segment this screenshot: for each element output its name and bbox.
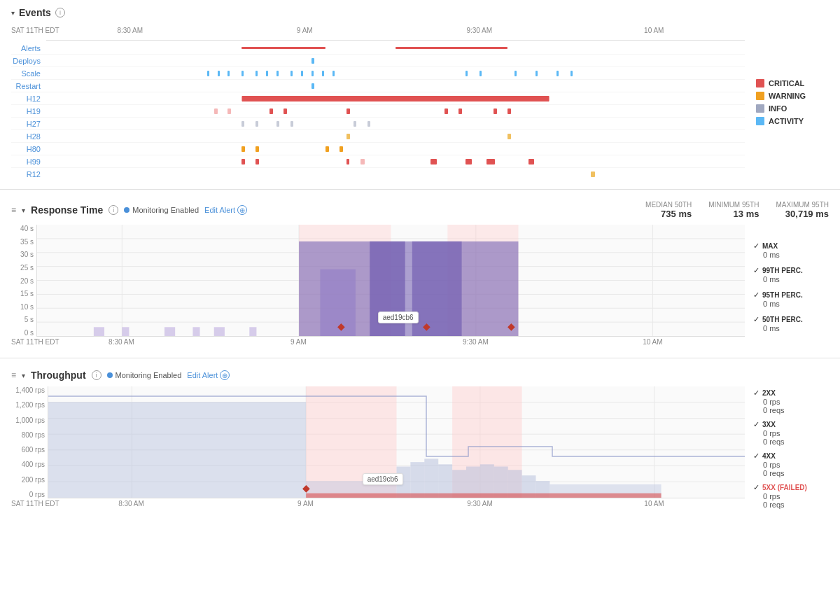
event-label-h27[interactable]: H27 bbox=[11, 120, 46, 128]
events-toggle[interactable]: ▾ bbox=[11, 9, 15, 17]
legend-activity: ACTIVITY bbox=[756, 117, 829, 125]
response-legend-50th: ✓50TH PERC. 0 ms bbox=[753, 315, 829, 332]
response-stat-max: MAXIMUM 95TH 30,719 ms bbox=[776, 201, 829, 219]
event-row-h12: H12 bbox=[11, 92, 745, 105]
throughput-legend-3xx: ✓3XX 0 rps 0 reqs bbox=[753, 420, 829, 446]
events-date-label: SAT 11TH EDT bbox=[11, 27, 59, 34]
response-time-section: ≡ ▾ Response Time i Monitoring Enabled E… bbox=[0, 195, 840, 352]
event-label-h19[interactable]: H19 bbox=[11, 107, 46, 115]
throughput-tooltip: aed19cb6 bbox=[363, 473, 403, 485]
throughput-header: ≡ ▾ Throughput i Monitoring Enabled Edit… bbox=[11, 370, 829, 381]
response-stat-min: MINIMUM 95TH 13 ms bbox=[708, 201, 759, 219]
response-chart-main: 40 s 35 s 30 s 25 s 20 s 15 s 10 s 5 s 0… bbox=[11, 225, 745, 349]
event-track-alerts bbox=[46, 44, 745, 52]
svg-rect-22 bbox=[214, 327, 225, 336]
event-track-h19 bbox=[46, 107, 745, 115]
response-chart-plot: ◆ ◆ ◆ aed19cb6 bbox=[36, 225, 745, 337]
event-label-h12[interactable]: H12 bbox=[11, 94, 46, 103]
event-label-restart[interactable]: Restart bbox=[11, 82, 46, 90]
time-label-10: 10 AM bbox=[644, 27, 664, 34]
throughput-hamburger[interactable]: ≡ bbox=[11, 370, 16, 380]
event-label-deploys[interactable]: Deploys bbox=[11, 57, 46, 65]
events-title: Events bbox=[19, 7, 51, 18]
throughput-info-icon[interactable]: i bbox=[92, 370, 102, 380]
svg-rect-50 bbox=[306, 493, 661, 498]
throughput-legend-2xx: ✓2XX 0 rps 0 reqs bbox=[753, 388, 829, 414]
event-label-h28[interactable]: H28 bbox=[11, 132, 46, 141]
response-legend-95th: ✓95TH PERC. 0 ms bbox=[753, 290, 829, 308]
events-section: ▾ Events i SAT 11TH EDT 8:30 AM 9 AM 9:3… bbox=[0, 0, 840, 183]
event-row-alerts: Alerts bbox=[11, 42, 745, 55]
svg-rect-20 bbox=[164, 327, 175, 336]
response-legend-99th: ✓99TH PERC. 0 ms bbox=[753, 266, 829, 284]
throughput-section: ≡ ▾ Throughput i Monitoring Enabled Edit… bbox=[0, 364, 840, 514]
event-row-h80: H80 bbox=[11, 143, 745, 155]
response-chart-area: 40 s 35 s 30 s 25 s 20 s 15 s 10 s 5 s 0… bbox=[11, 225, 829, 349]
response-time-header: ≡ ▾ Response Time i Monitoring Enabled E… bbox=[11, 201, 829, 219]
event-row-scale: Scale bbox=[11, 67, 745, 80]
event-row-h28: H28 bbox=[11, 130, 745, 143]
events-time-axis: SAT 11TH EDT 8:30 AM 9 AM 9:30 AM 10 AM bbox=[46, 24, 745, 41]
event-track-h99 bbox=[46, 158, 745, 166]
event-track-r12 bbox=[46, 170, 745, 178]
events-info-icon[interactable]: i bbox=[55, 8, 65, 18]
response-time-title: Response Time bbox=[31, 204, 103, 216]
event-track-h28 bbox=[46, 132, 745, 141]
throughput-edit-alert[interactable]: Edit Alert ⊕ bbox=[187, 370, 230, 380]
svg-rect-34 bbox=[48, 402, 306, 498]
throughput-chart-main: 1,400 rps 1,200 rps 1,000 rps 800 rps 60… bbox=[11, 386, 745, 511]
event-label-h80[interactable]: H80 bbox=[11, 145, 46, 153]
svg-rect-19 bbox=[122, 327, 129, 336]
svg-rect-17 bbox=[412, 241, 462, 336]
response-legend: ✓MAX 0 ms ✓99TH PERC. 0 ms ✓95TH PERC. 0… bbox=[745, 225, 829, 349]
event-row-h99: H99 bbox=[11, 155, 745, 168]
svg-rect-21 bbox=[192, 327, 200, 336]
response-time-hamburger[interactable]: ≡ bbox=[11, 205, 16, 215]
response-time-toggle[interactable]: ▾ bbox=[22, 206, 25, 214]
legend-critical: CRITICAL bbox=[756, 79, 829, 88]
throughput-title: Throughput bbox=[31, 370, 86, 381]
events-header: ▾ Events i bbox=[11, 7, 829, 18]
events-legend: CRITICAL WARNING INFO ACTIVITY bbox=[745, 24, 829, 181]
throughput-toggle[interactable]: ▾ bbox=[22, 372, 25, 379]
time-label-9: 9 AM bbox=[297, 27, 313, 34]
event-row-h19: H19 bbox=[11, 105, 745, 118]
event-label-alerts[interactable]: Alerts bbox=[11, 44, 46, 52]
svg-rect-0 bbox=[241, 96, 549, 102]
throughput-legend-4xx: ✓4XX 0 rps 0 reqs bbox=[753, 451, 829, 477]
event-label-r12[interactable]: R12 bbox=[11, 170, 46, 178]
throughput-legend-5xx: ✓5XX (FAILED) 0 rps 0 reqs bbox=[753, 483, 829, 509]
response-time-info-icon[interactable]: i bbox=[108, 205, 118, 215]
event-label-scale[interactable]: Scale bbox=[11, 69, 46, 78]
event-track-deploys bbox=[46, 57, 745, 65]
svg-rect-41 bbox=[438, 464, 452, 498]
time-label-830: 8:30 AM bbox=[117, 27, 143, 34]
events-chart-area: SAT 11TH EDT 8:30 AM 9 AM 9:30 AM 10 AM … bbox=[11, 24, 829, 181]
event-row-h27: H27 bbox=[11, 118, 745, 130]
throughput-monitoring-badge: Monitoring Enabled bbox=[107, 371, 182, 379]
event-track-h80 bbox=[46, 145, 745, 153]
event-row-deploys: Deploys bbox=[11, 55, 745, 67]
svg-rect-18 bbox=[94, 327, 104, 336]
event-row-restart: Restart bbox=[11, 80, 745, 92]
svg-rect-43 bbox=[466, 466, 480, 498]
events-chart-main: SAT 11TH EDT 8:30 AM 9 AM 9:30 AM 10 AM … bbox=[11, 24, 745, 181]
throughput-y-axis: 1,400 rps 1,200 rps 1,000 rps 800 rps 60… bbox=[11, 386, 48, 498]
event-row-r12: R12 bbox=[11, 168, 745, 181]
response-monitoring-badge: Monitoring Enabled bbox=[124, 206, 199, 214]
svg-rect-44 bbox=[480, 464, 494, 498]
svg-rect-39 bbox=[410, 462, 424, 498]
svg-rect-23 bbox=[249, 327, 256, 336]
response-stat-median: MEDIAN 50TH 735 ms bbox=[645, 201, 692, 219]
event-track-h12 bbox=[46, 94, 745, 103]
response-legend-max: ✓MAX 0 ms bbox=[753, 241, 829, 259]
throughput-chart-area: 1,400 rps 1,200 rps 1,000 rps 800 rps 60… bbox=[11, 386, 829, 511]
response-y-axis: 40 s 35 s 30 s 25 s 20 s 15 s 10 s 5 s 0… bbox=[11, 225, 36, 337]
response-tooltip: aed19cb6 bbox=[378, 312, 419, 323]
event-track-scale bbox=[46, 69, 745, 78]
event-track-h27 bbox=[46, 120, 745, 128]
event-track-restart bbox=[46, 82, 745, 90]
response-edit-alert[interactable]: Edit Alert ⊕ bbox=[204, 205, 247, 215]
throughput-legend: ✓2XX 0 rps 0 reqs ✓3XX 0 rps 0 reqs ✓4XX… bbox=[745, 386, 829, 511]
event-label-h99[interactable]: H99 bbox=[11, 158, 46, 166]
